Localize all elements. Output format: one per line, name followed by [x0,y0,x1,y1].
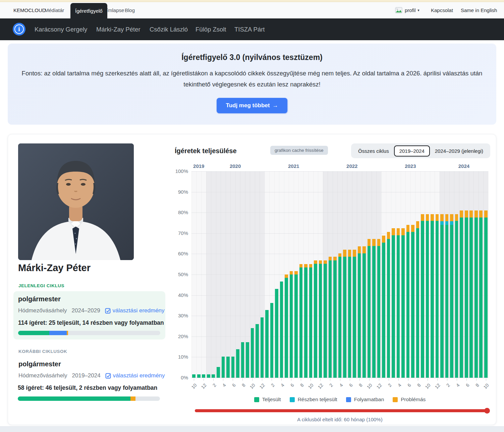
month-gridline [298,171,299,378]
chart-plot [191,171,488,378]
bar-segment-teljesult [314,264,317,378]
bar-2020-02 [212,374,215,378]
bar-segment-teljesult [275,289,278,378]
y-tick-label: 20% [161,333,188,339]
tab-2024-2029[interactable]: 2024–2029 (jelenlegi) [430,145,488,157]
bar-2024-04 [455,214,458,378]
nav-item-kapcsolat[interactable]: Kapcsolat [431,7,453,13]
nav-tab-igeretfigyelo[interactable]: Ígéretfigyelő [70,3,107,18]
month-gridline [284,171,284,378]
subnav-tisza-part[interactable]: TISZA Párt [234,26,265,33]
month-gridline [357,171,357,378]
x-tick-label: 10 [244,382,256,394]
legend-label: Részben teljesült [298,396,337,403]
profile-menu[interactable]: profil▼ [405,7,420,13]
bar-2024-02 [445,214,449,378]
tab-all-cycles[interactable]: Összes ciklus [353,145,394,157]
bar-2021-01 [265,310,269,378]
x-tick [428,378,428,381]
tab-2019-2024[interactable]: 2019–2024 [394,145,430,157]
progress-fulfilled [18,331,49,335]
month-gridline [420,171,421,378]
subnav-marki-zay-peter[interactable]: Márki-Zay Péter [96,26,141,33]
previous-election-result-link[interactable]: választási eredmény [105,372,165,379]
slider-handle[interactable] [484,408,490,414]
bar-segment-problemas [324,260,327,264]
bar-2020-04 [222,357,225,378]
bar-segment-teljesult [231,357,235,378]
politician-photo [18,143,134,260]
x-tick [457,378,457,381]
bar-segment-teljesult [241,342,244,378]
bar-2024-01 [440,214,444,378]
bar-segment-teljesult [285,278,288,378]
x-tick [281,378,282,381]
bar-2022-12 [377,239,381,378]
previous-summary: 58 ígéret: 46 teljesült, 2 részben vagy … [18,384,157,391]
x-tick-label: 10 [303,382,315,394]
bar-segment-teljesult [469,218,473,378]
banner-text: Fontos: az oldal tartalma még szerkeszté… [16,68,488,90]
x-tick-label: 4 [449,382,460,394]
bar-segment-teljesult [474,218,478,378]
bar-segment-teljesult [416,228,419,378]
x-tick-label: 8 [235,382,246,394]
bar-segment-teljesult [294,274,298,378]
learn-more-button[interactable]: Tudj meg többet→ [217,98,288,113]
nav-item-mediatar[interactable]: Médiatár [45,7,64,13]
top-navbar: KEMOCLOUD Médiatár Ígéretfigyelő Címlaps… [0,2,504,18]
subnav-karacsony-gergely[interactable]: Karácsony Gergely [35,26,87,33]
nav-item-language[interactable]: Same in English [461,7,497,13]
portrait-illustration [18,143,134,260]
month-gridline [201,171,202,378]
bar-2020-05 [226,357,230,378]
month-gridline [240,171,240,378]
month-gridline [440,171,440,378]
bar-segment-teljesult [377,246,381,378]
bar-segment-teljesult [343,257,346,378]
x-tick [350,378,350,381]
bar-segment-problemas [387,232,390,239]
bar-segment-problemas [329,257,332,260]
bar-segment-teljesult [372,246,376,378]
bar-segment-teljesult [387,239,390,378]
month-gridline [396,171,396,378]
bar-segment-teljesult [290,274,293,378]
x-tick [369,378,370,381]
x-tick [213,378,214,381]
current-term-years: 2024–2029 [72,307,100,314]
bar-2024-03 [450,214,453,378]
month-gridline [216,171,216,378]
subnav-csozik-laszlo[interactable]: Csőzik László [150,26,188,33]
brand-kemocloud[interactable]: KEMOCLOUD [13,7,46,13]
avatar-image-icon [395,7,402,14]
elapsed-time-slider[interactable] [195,409,489,412]
month-gridline [260,171,260,378]
bar-segment-problemas [411,225,414,232]
bar-segment-problemas [445,214,449,221]
y-tick-label: 60% [161,251,188,256]
x-tick-label: 10 [419,382,431,394]
bar-segment-problemas [431,214,434,221]
legend-chip-fulfilled [254,397,259,402]
month-gridline [376,171,377,378]
avatar[interactable] [395,7,402,15]
x-tick [204,378,204,381]
bar-2024-10 [484,210,488,378]
bar-2023-12 [436,214,439,378]
bar-segment-teljesult [197,374,201,378]
bar-2022-01 [324,260,327,378]
x-tick-label: 6 [400,382,412,394]
bar-2020-12 [261,317,264,378]
info-icon[interactable]: i [13,23,25,36]
refresh-cache-button[interactable]: grafikon cache frissítése [270,146,328,155]
chart-x-axis: 1012246810122468101224681012246810122468… [191,378,488,393]
bar-segment-problemas [304,264,307,267]
month-gridline [386,171,386,378]
politician-card: Márki-Zay Péter JELENLEGI CIKLUS polgárm… [8,134,496,425]
bar-segment-teljesult [333,260,337,378]
current-election-result-link[interactable]: választási eredmény [105,307,165,314]
subnav-fulop-zsolt[interactable]: Fülöp Zsolt [195,26,226,33]
bar-segment-teljesult [212,374,215,378]
nav-item-blog[interactable]: Blog [125,7,135,13]
